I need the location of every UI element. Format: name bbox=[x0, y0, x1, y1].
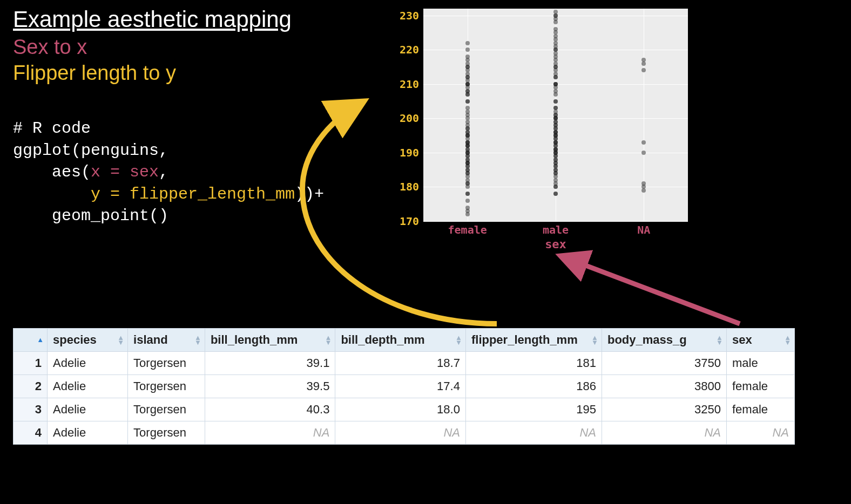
ytick-label: 220 bbox=[400, 43, 419, 56]
subtitle-sex-x: Sex to x bbox=[13, 36, 87, 59]
code-line-4c: ))+ bbox=[295, 185, 324, 203]
cell-species: Adelie bbox=[48, 375, 128, 398]
code-line-1: # R code bbox=[13, 119, 91, 138]
cell-mass: NA bbox=[602, 421, 726, 445]
code-aes-y: y = flipper_length_mm bbox=[91, 185, 295, 203]
col-label: bill_length_mm bbox=[211, 333, 298, 346]
cell-bill-length: 39.1 bbox=[205, 352, 335, 375]
cell-bill-depth: 18.0 bbox=[335, 398, 466, 421]
cell-species: Adelie bbox=[48, 398, 128, 421]
col-label: flipper_length_mm bbox=[471, 333, 578, 346]
xtick-label: NA bbox=[637, 223, 650, 236]
data-point bbox=[553, 192, 558, 196]
code-line-3a: aes( bbox=[13, 163, 91, 181]
data-point bbox=[641, 58, 646, 62]
col-header-bill-depth[interactable]: bill_depth_mm▲▼ bbox=[335, 329, 466, 352]
col-label: island bbox=[133, 333, 168, 346]
sort-icon: ▲▼ bbox=[117, 335, 124, 345]
sort-icon: ▲▼ bbox=[325, 335, 332, 345]
row-index: 2 bbox=[13, 375, 48, 398]
col-label: species bbox=[53, 333, 97, 346]
pink-arrow-icon bbox=[551, 248, 745, 329]
table-row: 4AdelieTorgersenNANANANANA bbox=[13, 421, 795, 445]
cell-sex: female bbox=[726, 375, 794, 398]
cell-mass: 3800 bbox=[602, 375, 726, 398]
col-label: bill_depth_mm bbox=[341, 333, 424, 346]
ytick-label: 190 bbox=[400, 146, 419, 159]
cell-island: Torgersen bbox=[128, 421, 205, 445]
col-header-bill-length[interactable]: bill_length_mm▲▼ bbox=[205, 329, 335, 352]
xtick-label: male bbox=[543, 223, 569, 236]
row-index: 1 bbox=[13, 352, 48, 375]
table-row: 3AdelieTorgersen40.318.01953250female bbox=[13, 398, 795, 421]
plot-yticks: 170180190200210220230 bbox=[395, 5, 421, 221]
col-label: body_mass_g bbox=[607, 333, 687, 346]
code-line-5: geom_point() bbox=[13, 207, 168, 225]
cell-island: Torgersen bbox=[128, 352, 205, 375]
ytick-label: 180 bbox=[400, 180, 419, 193]
data-point bbox=[465, 99, 470, 104]
cell-sex: female bbox=[726, 398, 794, 421]
data-table: ▲ species▲▼ island▲▼ bill_length_mm▲▼ bi… bbox=[13, 328, 795, 445]
cell-sex: NA bbox=[726, 421, 794, 445]
cell-island: Torgersen bbox=[128, 375, 205, 398]
col-header-index[interactable]: ▲ bbox=[13, 329, 48, 352]
cell-bill-length: NA bbox=[205, 421, 335, 445]
data-point bbox=[641, 140, 646, 145]
gridline-h bbox=[423, 221, 688, 222]
col-header-species[interactable]: species▲▼ bbox=[48, 329, 128, 352]
cell-flipper: 181 bbox=[465, 352, 602, 375]
data-point bbox=[465, 106, 470, 110]
cell-mass: 3250 bbox=[602, 398, 726, 421]
code-aes-x: x = sex bbox=[91, 163, 159, 181]
cell-flipper: 195 bbox=[465, 398, 602, 421]
sort-icon: ▲▼ bbox=[455, 335, 462, 345]
data-point bbox=[553, 99, 558, 104]
sort-icon: ▲▼ bbox=[716, 335, 723, 345]
cell-species: Adelie bbox=[48, 421, 128, 445]
data-point bbox=[641, 151, 646, 155]
code-line-3c: , bbox=[159, 163, 168, 181]
scatter-plot: flipper_length_mm 170180190200210220230 … bbox=[367, 5, 691, 237]
data-point bbox=[465, 41, 470, 45]
sort-icon: ▲ bbox=[37, 337, 44, 342]
slide-title: Example aesthetic mapping bbox=[13, 6, 292, 32]
cell-sex: male bbox=[726, 352, 794, 375]
col-header-mass[interactable]: body_mass_g▲▼ bbox=[602, 329, 726, 352]
cell-bill-depth: NA bbox=[335, 421, 466, 445]
sort-icon: ▲▼ bbox=[784, 335, 791, 345]
data-point bbox=[553, 82, 558, 86]
col-header-flipper[interactable]: flipper_length_mm▲▼ bbox=[465, 329, 602, 352]
col-header-island[interactable]: island▲▼ bbox=[128, 329, 205, 352]
cell-flipper: 186 bbox=[465, 375, 602, 398]
data-point bbox=[465, 206, 470, 210]
col-header-sex[interactable]: sex▲▼ bbox=[726, 329, 794, 352]
data-point bbox=[641, 181, 646, 186]
cell-species: Adelie bbox=[48, 352, 128, 375]
table-header-row: ▲ species▲▼ island▲▼ bill_length_mm▲▼ bi… bbox=[13, 329, 795, 352]
data-point bbox=[465, 192, 470, 196]
subtitle-flipper-y: Flipper length to y bbox=[13, 62, 176, 85]
data-point bbox=[465, 199, 470, 203]
table-row: 1AdelieTorgersen39.118.71813750male bbox=[13, 352, 795, 375]
data-point bbox=[553, 10, 558, 14]
sort-icon: ▲▼ bbox=[591, 335, 598, 345]
svg-line-0 bbox=[562, 256, 740, 324]
plot-xlabel: sex bbox=[423, 237, 688, 251]
code-line-2: ggplot(penguins, bbox=[13, 141, 168, 160]
ytick-label: 170 bbox=[400, 215, 419, 228]
cell-bill-length: 39.5 bbox=[205, 375, 335, 398]
ytick-label: 210 bbox=[400, 78, 419, 91]
cell-flipper: NA bbox=[465, 421, 602, 445]
data-point bbox=[465, 55, 470, 59]
table-row: 2AdelieTorgersen39.517.41863800female bbox=[13, 375, 795, 398]
data-point bbox=[641, 68, 646, 72]
plot-xticks: femalemaleNA bbox=[423, 223, 688, 237]
sort-icon: ▲▼ bbox=[194, 335, 201, 345]
code-line-4a bbox=[13, 185, 91, 203]
data-point bbox=[553, 106, 558, 110]
cell-mass: 3750 bbox=[602, 352, 726, 375]
xtick-label: female bbox=[448, 223, 487, 236]
data-point bbox=[465, 47, 470, 52]
ytick-label: 230 bbox=[400, 9, 419, 22]
